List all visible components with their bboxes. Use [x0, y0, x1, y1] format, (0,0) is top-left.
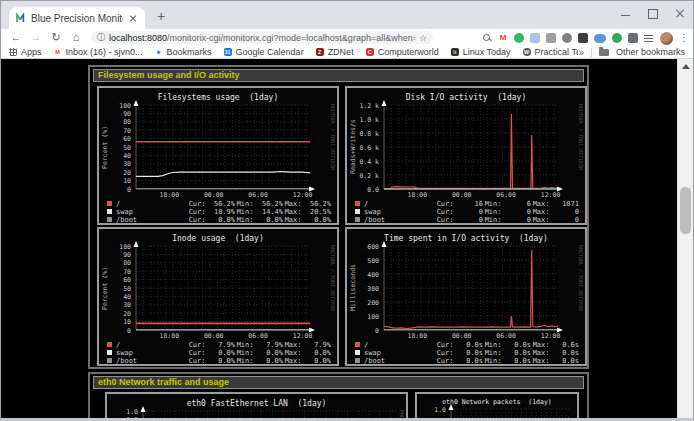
- url-text: localhost:8080/monitorix-cgi/monitorix.c…: [109, 33, 415, 43]
- address-bar[interactable]: ⓘ localhost:8080/monitorix-cgi/monitorix…: [91, 31, 433, 44]
- legend-row: /Cur: 0.0sMin: 0.0sMax: 0.6s: [347, 341, 585, 349]
- graph-eth0-packets[interactable]: eth0 Network packets (1day)Packets/s1.0: [415, 392, 579, 418]
- y-tick-label: 10: [99, 318, 131, 326]
- legend-series-name: /: [364, 200, 368, 208]
- wordpress-icon: W: [523, 48, 531, 56]
- forward-icon[interactable]: →: [27, 30, 45, 45]
- bookmark-label: Bookmarks: [167, 47, 212, 57]
- y-tick-label: 60: [99, 135, 131, 143]
- y-tick-label: 50: [99, 144, 131, 152]
- blue-extension-icon[interactable]: [594, 34, 606, 43]
- x-tick-label: 18:00: [403, 191, 431, 199]
- legend-series-name: swap: [116, 349, 133, 357]
- bookmark-zdnet[interactable]: ZZDNet: [316, 47, 354, 57]
- legend-series-name: /: [116, 341, 120, 349]
- legend-max-value: Max: 56.2%: [239, 200, 331, 208]
- y-tick-label: 80: [99, 259, 131, 267]
- home-icon[interactable]: ⌂: [67, 30, 85, 45]
- legend-row: /bootCur: 0.0%Min: 0.0%Max: 0.0%: [99, 357, 337, 365]
- x-tick-label: 06:00: [244, 332, 272, 340]
- bookmark-label: Computerworld: [378, 47, 439, 57]
- browser-tab[interactable]: Blue Precision Monitorix: [9, 7, 145, 29]
- dark-extension-icon[interactable]: [578, 33, 588, 43]
- bookmark-linux-today[interactable]: ltLinux Today: [451, 47, 511, 57]
- bookmark-label: Google Calendar: [236, 47, 304, 57]
- legend-max-value: Max: 0.6s: [487, 341, 579, 349]
- legend-swatch: [355, 350, 360, 355]
- zdnet-icon: Z: [316, 48, 324, 56]
- bookmark-apps[interactable]: Apps: [9, 47, 42, 57]
- legend-swatch: [107, 342, 112, 347]
- bookmarks-list: AppsMInbox (16) - sjvn0...★Bookmarks31Go…: [9, 47, 578, 57]
- scrollbar[interactable]: [677, 59, 693, 418]
- bookmark-bookmarks[interactable]: ★Bookmarks: [155, 47, 212, 57]
- legend-swatch: [107, 350, 112, 355]
- bookmark-label: Inbox (16) - sjvn0...: [66, 47, 143, 57]
- page-info-icon[interactable]: ⓘ: [97, 32, 105, 43]
- legend-series-name: /boot: [116, 216, 137, 224]
- puzzle-extension-icon[interactable]: [628, 33, 638, 43]
- scroll-up-icon[interactable]: [682, 64, 690, 69]
- pages-extension-icon[interactable]: [530, 33, 540, 43]
- x-tick-label: 06:00: [244, 191, 272, 199]
- reload-icon[interactable]: ↻: [47, 30, 65, 45]
- calendar-icon: 31: [224, 48, 232, 56]
- bookmark-practical-technol-[interactable]: WPractical Technol...: [523, 47, 579, 57]
- back-icon[interactable]: ←: [7, 30, 25, 45]
- close-window-icon[interactable]: [675, 7, 685, 19]
- graph-title: eth0 FastEthernet LAN (1day): [107, 399, 406, 408]
- maximize-window-icon[interactable]: [648, 7, 658, 19]
- y-tick-label: 60: [99, 276, 131, 284]
- graph-filesystems-usage[interactable]: Filesystems usage (1day)Percent (%)10090…: [97, 86, 339, 225]
- gray-extension-icon[interactable]: [546, 33, 556, 43]
- bookmark-star-icon[interactable]: ☆: [419, 33, 427, 43]
- graph-disk-io-activity[interactable]: Disk I/O activity (1day)Reads+Writes/s1.…: [345, 86, 587, 225]
- legend-max-value: Max: 0.0%: [239, 216, 331, 224]
- x-tick-label: 18:00: [155, 332, 183, 340]
- green-extension-icon[interactable]: [514, 33, 524, 43]
- y-tick-label: 30: [99, 301, 131, 309]
- rrdtool-watermark: RRDTOOL / TOBI OETIKER: [578, 245, 584, 311]
- bookmarks-divider: [591, 48, 592, 57]
- y-tick-label: 50: [99, 285, 131, 293]
- bookmark-google-calendar[interactable]: 31Google Calendar: [224, 47, 304, 57]
- chrome-menu-icon[interactable]: ⋮: [679, 32, 689, 44]
- legend-swatch: [107, 358, 112, 363]
- other-bookmarks-button[interactable]: Other bookmarks: [616, 47, 685, 57]
- graph-title: Filesystems usage (1day): [99, 93, 337, 102]
- window-controls: [621, 3, 685, 23]
- y-tick-label: 70: [99, 268, 131, 276]
- minimize-window-icon[interactable]: [621, 7, 631, 19]
- profile-avatar[interactable]: [660, 32, 673, 45]
- y-tick-label: 100: [347, 313, 379, 321]
- tab-close-icon[interactable]: [128, 13, 138, 23]
- graph-inode-usage[interactable]: Inode usage (1day)Percent (%)10090807060…: [97, 227, 339, 366]
- legend-row: /Cur: 56.2%Min: 56.2%Max: 56.2%: [99, 200, 337, 208]
- search-extension-icon[interactable]: [482, 33, 492, 43]
- bookmark-inbox-16-sjvn0-[interactable]: MInbox (16) - sjvn0...: [54, 47, 143, 57]
- reading-list-extension-icon[interactable]: [644, 33, 654, 43]
- bookmarks-overflow-icon[interactable]: »: [578, 47, 584, 58]
- graph-time-spent-io[interactable]: Time spent in I/O activity (1day)Millise…: [345, 227, 587, 366]
- grammarly-extension-icon[interactable]: [612, 33, 622, 43]
- scrollbar-thumb[interactable]: [680, 187, 691, 234]
- bookmark-label: Apps: [21, 47, 42, 57]
- y-tick-label: 200: [347, 299, 379, 307]
- graph-title: Disk I/O activity (1day): [347, 93, 585, 102]
- camera-extension-icon[interactable]: [562, 33, 572, 43]
- gmail-icon: M: [54, 48, 62, 56]
- plot-svg: [384, 105, 558, 189]
- bookmark-computerworld[interactable]: CComputerworld: [366, 47, 439, 57]
- legend-swatch: [355, 217, 360, 222]
- plot-svg: [384, 246, 558, 330]
- extensions-row: M ⋮: [439, 32, 689, 44]
- plot-svg: [136, 105, 310, 189]
- y-tick-label: 90: [99, 110, 131, 118]
- legend-max-value: Max: 0.0%: [239, 349, 331, 357]
- plot-svg: [136, 246, 310, 330]
- bookmark-label: Practical Technol...: [535, 47, 579, 57]
- tab-strip: Blue Precision Monitorix +: [1, 1, 693, 29]
- graph-eth0-traffic[interactable]: eth0 FastEthernet LAN (1day)1.00.9RRDTOO…: [105, 392, 408, 418]
- gmail-extension-icon[interactable]: M: [498, 33, 508, 43]
- new-tab-button[interactable]: +: [153, 9, 169, 25]
